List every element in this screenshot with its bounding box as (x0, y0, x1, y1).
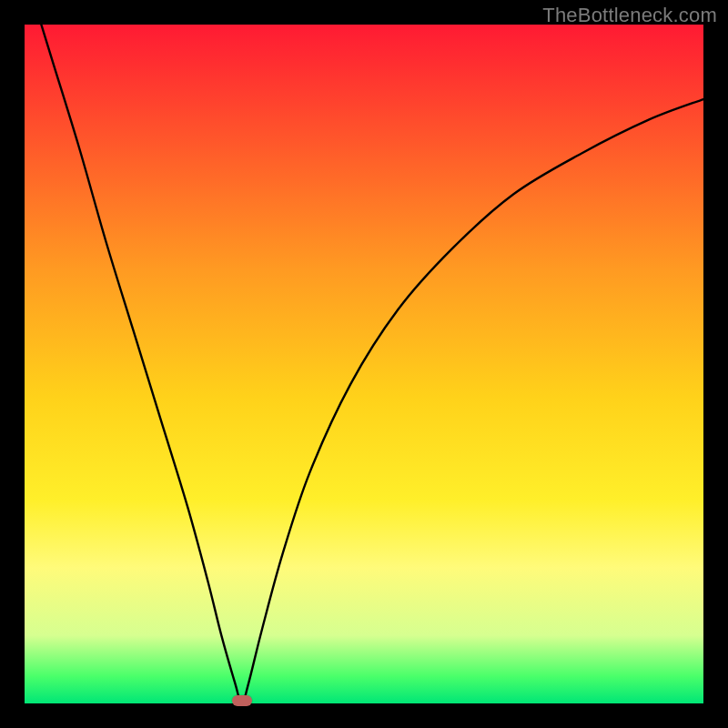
chart-frame: TheBottleneck.com (0, 0, 728, 728)
minimum-marker (232, 695, 252, 706)
plot-area (25, 25, 703, 703)
curve-svg (25, 25, 703, 703)
watermark-text: TheBottleneck.com (542, 4, 717, 27)
bottleneck-curve (25, 0, 703, 703)
